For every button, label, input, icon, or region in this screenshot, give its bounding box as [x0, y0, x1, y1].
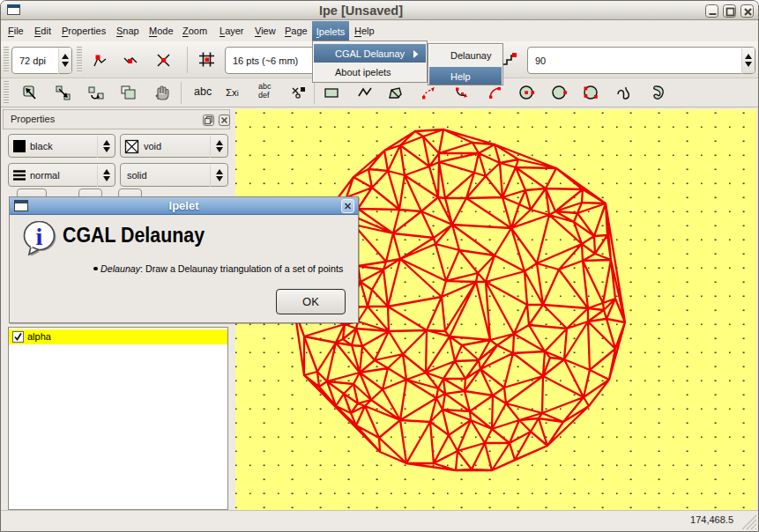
svg-text:i: i [36, 223, 43, 250]
